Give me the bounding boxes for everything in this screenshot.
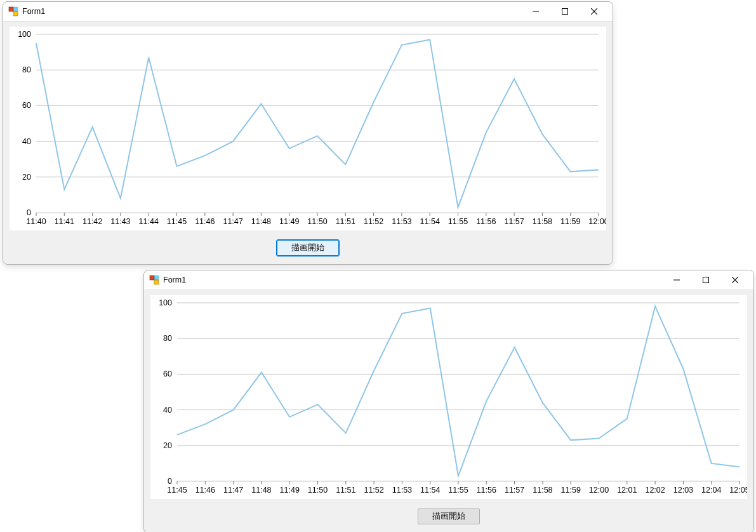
y-tick-label: 0 [27,208,31,217]
x-tick-label: 11:55 [448,486,468,495]
x-tick-label: 11:46 [195,217,215,226]
x-tick-label: 11:54 [420,486,440,495]
x-tick-label: 11:48 [251,217,271,226]
start-draw-button[interactable]: 描画開始 [418,509,480,524]
x-tick-label: 12:01 [617,486,637,495]
y-tick-label: 20 [22,173,31,182]
window-2: Form1 02040608010011:4511:4611:4711:4811… [143,270,754,532]
svg-line-5 [591,8,597,15]
x-tick-label: 11:58 [533,486,552,495]
y-tick-label: 80 [163,334,172,343]
x-tick-label: 11:50 [308,486,328,495]
line-chart: 02040608010011:4511:4611:4711:4811:4911:… [150,295,747,499]
x-tick-label: 11:56 [477,486,496,495]
titlebar[interactable]: Form1 [3,2,613,22]
svg-rect-1 [13,11,18,16]
client-area: 02040608010011:4011:4111:4211:4311:4411:… [3,22,613,265]
x-tick-label: 11:40 [26,217,46,226]
y-tick-label: 100 [159,298,172,307]
x-tick-label: 12:00 [588,217,606,226]
app-icon [149,275,159,285]
x-tick-label: 11:53 [392,217,411,226]
svg-rect-4 [562,9,568,15]
y-tick-label: 60 [22,101,31,110]
y-tick-label: 60 [163,369,172,378]
minimize-button[interactable] [662,270,691,289]
y-tick-label: 0 [168,477,172,486]
x-tick-label: 11:52 [364,217,383,226]
window-title: Form1 [22,7,45,16]
client-area: 02040608010011:4511:4611:4711:4811:4911:… [144,290,753,532]
y-tick-label: 100 [18,30,31,39]
app-icon [8,6,18,17]
x-tick-label: 11:46 [196,486,215,495]
x-tick-label: 11:51 [336,217,355,226]
svg-rect-11 [703,277,709,283]
close-button[interactable] [720,270,750,289]
x-tick-label: 11:41 [55,217,74,226]
data-series-line [177,307,739,476]
maximize-button[interactable] [550,2,580,21]
svg-rect-9 [154,276,159,280]
x-tick-label: 11:50 [307,217,327,226]
x-tick-label: 11:42 [83,217,102,226]
x-tick-label: 11:43 [110,217,130,226]
svg-rect-8 [154,280,159,284]
x-tick-label: 11:57 [505,486,524,495]
x-tick-label: 11:49 [279,217,299,226]
x-tick-label: 11:59 [561,486,581,495]
y-tick-label: 20 [163,441,172,450]
x-tick-label: 11:53 [392,486,412,495]
x-tick-label: 11:57 [504,217,524,226]
x-tick-label: 12:03 [673,486,693,495]
window-1: Form1 02040608010011:4011:4111:4211:4311… [3,1,613,265]
x-tick-label: 11:47 [223,217,242,226]
svg-line-6 [591,8,597,15]
x-tick-label: 12:02 [645,486,665,495]
x-tick-label: 12:04 [701,486,721,495]
svg-rect-2 [13,7,18,11]
data-series-line [36,39,599,207]
x-tick-label: 11:52 [364,486,383,495]
line-chart: 02040608010011:4011:4111:4211:4311:4411:… [10,27,606,230]
x-tick-label: 11:48 [251,486,271,495]
svg-rect-7 [150,276,154,280]
y-tick-label: 80 [22,65,31,74]
minimize-button[interactable] [521,2,550,21]
x-tick-label: 11:45 [167,486,187,495]
chart-panel: 02040608010011:4511:4611:4711:4811:4911:… [150,295,747,499]
x-tick-label: 11:47 [223,486,243,495]
x-tick-label: 11:59 [560,217,580,226]
x-tick-label: 11:58 [533,217,552,226]
x-tick-label: 12:00 [589,486,609,495]
svg-rect-0 [9,7,13,11]
y-tick-label: 40 [163,406,172,415]
chart-panel: 02040608010011:4011:4111:4211:4311:4411:… [10,27,606,230]
svg-line-12 [732,277,738,283]
x-tick-label: 11:51 [336,486,355,495]
x-tick-label: 11:54 [420,217,440,226]
x-tick-label: 12:05 [729,486,747,495]
x-tick-label: 11:45 [167,217,187,226]
svg-line-13 [732,277,738,283]
window-title: Form1 [163,276,186,284]
x-tick-label: 11:56 [476,217,496,226]
x-tick-label: 11:44 [139,217,159,226]
x-tick-label: 11:49 [280,486,300,495]
maximize-button[interactable] [691,270,720,289]
x-tick-label: 11:55 [448,217,468,226]
close-button[interactable] [580,2,609,21]
titlebar[interactable]: Form1 [144,270,753,290]
start-draw-button[interactable]: 描画開始 [277,240,339,256]
y-tick-label: 40 [22,137,31,146]
